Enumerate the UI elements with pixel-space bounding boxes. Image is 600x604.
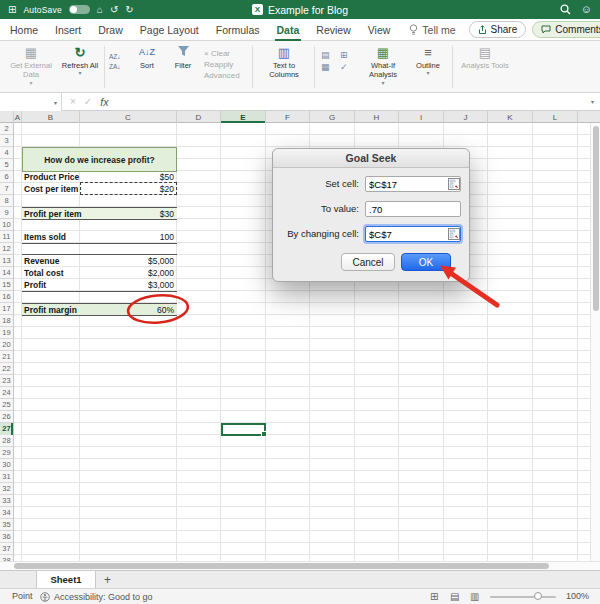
what-if-analysis-button[interactable]: ▦ What-If Analysis ▾ xyxy=(360,45,406,85)
insert-function-icon[interactable]: fx xyxy=(100,96,108,108)
row-header-10[interactable]: 10 xyxy=(0,219,13,231)
row-header-11[interactable]: 11 xyxy=(0,231,13,243)
tab-view[interactable]: View xyxy=(366,19,393,41)
advanced-button[interactable]: Advanced xyxy=(204,71,240,80)
set-cell-input[interactable] xyxy=(365,176,461,192)
share-button[interactable]: Share xyxy=(469,21,527,38)
analysis-tools-button[interactable]: ▤ Analysis Tools xyxy=(458,45,512,70)
row-header-17[interactable]: 17 xyxy=(0,303,13,315)
home-icon[interactable]: ⌂ xyxy=(97,5,103,15)
row-revenue[interactable]: Revenue $5,000 xyxy=(22,255,177,267)
row-header-37[interactable]: 37 xyxy=(0,543,13,555)
row-header-33[interactable]: 33 xyxy=(0,495,13,507)
tab-insert[interactable]: Insert xyxy=(53,19,83,41)
zoom-slider-track[interactable] xyxy=(490,596,556,598)
name-box-input[interactable] xyxy=(0,95,61,111)
undo-icon[interactable]: ↺ xyxy=(110,5,118,15)
column-header-B[interactable]: B xyxy=(22,111,80,123)
flash-fill-icon[interactable]: ✓ xyxy=(340,63,356,72)
autosave-toggle[interactable] xyxy=(69,5,90,14)
row-header-30[interactable]: 30 xyxy=(0,459,13,471)
row-profit[interactable]: Profit $3,000 xyxy=(22,279,177,291)
range-picker-icon[interactable] xyxy=(448,178,460,190)
column-header-I[interactable]: I xyxy=(399,111,444,123)
row-header-9[interactable]: 9 xyxy=(0,207,13,219)
tab-draw[interactable]: Draw xyxy=(96,19,125,41)
column-header-J[interactable]: J xyxy=(444,111,488,123)
tab-page-layout[interactable]: Page Layout xyxy=(138,19,201,41)
row-header-7[interactable]: 7 xyxy=(0,183,13,195)
row-header-38[interactable]: 38 xyxy=(0,555,13,561)
comments-button[interactable]: Comments xyxy=(532,21,600,38)
accessibility-status[interactable]: Accessibility: Good to go xyxy=(40,589,153,604)
search-icon[interactable] xyxy=(560,4,571,15)
row-header-18[interactable]: 18 xyxy=(0,315,13,327)
add-sheet-button[interactable]: + xyxy=(104,571,111,588)
row-header-3[interactable]: 3 xyxy=(0,135,13,147)
normal-view-icon[interactable]: ⊞ xyxy=(430,589,438,604)
row-header-20[interactable]: 20 xyxy=(0,339,13,351)
row-header-26[interactable]: 26 xyxy=(0,411,13,423)
tell-me-button[interactable]: Tell me xyxy=(409,24,455,36)
tab-formulas[interactable]: Formulas xyxy=(214,19,262,41)
tab-data[interactable]: Data xyxy=(275,19,302,41)
to-value-input[interactable] xyxy=(365,201,461,217)
row-header-19[interactable]: 19 xyxy=(0,327,13,339)
row-total-cost[interactable]: Total cost $2,000 xyxy=(22,267,177,279)
consolidate-icon[interactable]: ▤ xyxy=(321,51,337,60)
row-header-12[interactable]: 12 xyxy=(0,243,13,255)
column-header-A[interactable]: A xyxy=(14,111,22,123)
window-icon[interactable]: ⊞ xyxy=(8,5,16,15)
row-profit-per-item[interactable]: Profit per item $30 xyxy=(22,207,177,220)
page-layout-view-icon[interactable]: ▤ xyxy=(450,589,459,604)
confirm-entry-icon[interactable]: ✓ xyxy=(84,96,92,107)
chevron-down-icon[interactable]: ▾ xyxy=(54,99,57,106)
row-header-5[interactable]: 5 xyxy=(0,159,13,171)
cell-question-B4[interactable]: How do we increase profit? xyxy=(22,147,177,172)
row-header-14[interactable]: 14 xyxy=(0,267,13,279)
by-changing-cell-input[interactable] xyxy=(365,226,461,242)
horizontal-scrollbar[interactable] xyxy=(0,561,600,570)
row-header-16[interactable]: 16 xyxy=(0,291,13,303)
dialog-title[interactable]: Goal Seek xyxy=(273,149,469,168)
row-header-21[interactable]: 21 xyxy=(0,351,13,363)
select-all-corner[interactable] xyxy=(0,111,14,123)
row-header-24[interactable]: 24 xyxy=(0,387,13,399)
column-header-C[interactable]: C xyxy=(80,111,177,123)
outline-button[interactable]: ≡ Outline ▾ xyxy=(410,45,446,75)
column-header-G[interactable]: G xyxy=(310,111,355,123)
row-items-sold[interactable]: Items sold 100 xyxy=(22,231,177,244)
filter-button[interactable]: Filter xyxy=(168,45,198,70)
row-header-6[interactable]: 6 xyxy=(0,171,13,183)
row-header-8[interactable]: 8 xyxy=(0,195,13,207)
row-header-27[interactable]: 27 xyxy=(0,423,13,435)
range-picker-icon[interactable] xyxy=(448,228,460,240)
row-header-32[interactable]: 32 xyxy=(0,483,13,495)
clear-filter-button[interactable]: × Clear xyxy=(204,49,230,58)
row-header-31[interactable]: 31 xyxy=(0,471,13,483)
cancel-button[interactable]: Cancel xyxy=(341,253,395,271)
sheet-tab-sheet1[interactable]: Sheet1 xyxy=(36,571,96,588)
column-header-H[interactable]: H xyxy=(355,111,399,123)
selected-cell-E27[interactable] xyxy=(221,423,266,436)
column-header-E[interactable]: E xyxy=(221,111,266,123)
vertical-scrollbar[interactable] xyxy=(590,123,600,561)
row-header-2[interactable]: 2 xyxy=(0,123,13,135)
zoom-slider-knob[interactable] xyxy=(534,592,542,600)
row-header-25[interactable]: 25 xyxy=(0,399,13,411)
row-header-15[interactable]: 15 xyxy=(0,279,13,291)
row-header-13[interactable]: 13 xyxy=(0,255,13,267)
cancel-entry-icon[interactable]: × xyxy=(70,96,76,107)
text-to-columns-button[interactable]: ▥ Text to Columns xyxy=(258,45,310,80)
sort-descending-icon[interactable]: ZA↓ xyxy=(109,63,121,70)
get-external-data-button[interactable]: ▦ Get External Data ▾ xyxy=(6,45,56,85)
row-header-29[interactable]: 29 xyxy=(0,447,13,459)
row-header-36[interactable]: 36 xyxy=(0,531,13,543)
tab-review[interactable]: Review xyxy=(314,19,352,41)
row-header-4[interactable]: 4 xyxy=(0,147,13,159)
data-validation-icon[interactable]: ⊞ xyxy=(340,51,356,60)
row-header-28[interactable]: 28 xyxy=(0,435,13,447)
column-header-F[interactable]: F xyxy=(266,111,310,123)
refresh-all-button[interactable]: ↻ Refresh All ▾ xyxy=(60,45,100,75)
sort-ascending-icon[interactable]: AZ↓ xyxy=(109,53,121,60)
